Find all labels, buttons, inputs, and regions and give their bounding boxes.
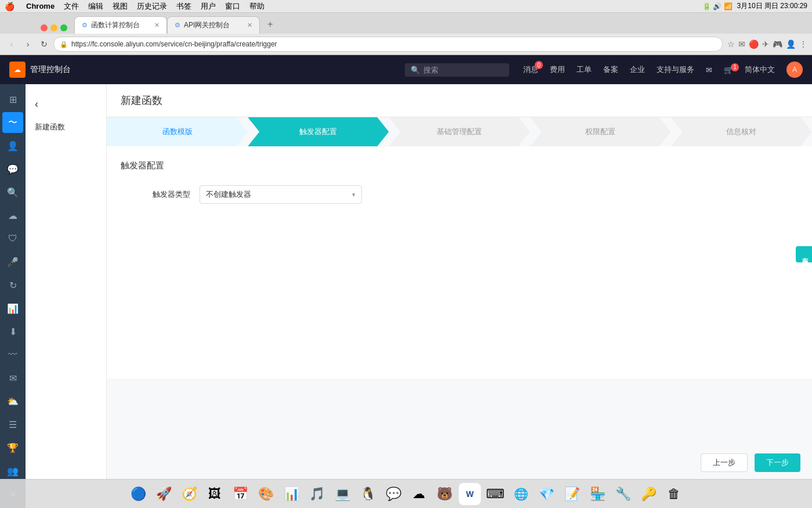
sidebar-search-icon[interactable]: 🔍 <box>2 182 23 203</box>
back-nav-btn[interactable]: ‹ <box>26 91 106 117</box>
top-search-bar[interactable]: 🔍 <box>405 63 509 77</box>
sidebar-functions-icon[interactable]: 〜 <box>2 112 23 133</box>
dock-qq-icon[interactable]: 🐧 <box>357 483 379 505</box>
user-menu[interactable]: 用户 <box>201 1 216 12</box>
tab2-close-btn[interactable]: ✕ <box>247 21 252 29</box>
console-title: 管理控制台 <box>30 64 71 75</box>
prev-step-button[interactable]: 上一步 <box>701 453 748 472</box>
sidebar-grid-icon[interactable]: ⊞ <box>2 89 23 110</box>
dock-launchpad-icon[interactable]: 🚀 <box>153 483 175 505</box>
dock-wechat-icon[interactable]: 💬 <box>382 483 404 505</box>
step-trigger-config[interactable]: 触发器配置 <box>248 117 389 146</box>
dock-terminal-icon[interactable]: 💻 <box>331 483 353 505</box>
reload-btn[interactable]: ↻ <box>37 37 51 51</box>
window-menu[interactable]: 窗口 <box>225 1 240 12</box>
apple-logo-icon[interactable]: 🍎 <box>5 2 14 11</box>
dock-safari-icon[interactable]: 🧭 <box>178 483 200 505</box>
cost-nav[interactable]: 费用 <box>550 64 565 75</box>
dock-pycharm-icon[interactable]: 🔧 <box>612 483 634 505</box>
tab-close-btn[interactable]: ✕ <box>154 21 160 29</box>
sidebar-chat-icon[interactable]: 💬 <box>2 158 23 179</box>
main-content: 新建函数 函数模版 触发器配置 基础管理配置 权限配置 信息核对 触发器配置 <box>107 84 812 508</box>
message-badge: 0 <box>535 61 543 69</box>
filing-nav[interactable]: 备案 <box>603 64 618 75</box>
dock-numbers-icon[interactable]: 📊 <box>280 483 302 505</box>
mail-icon[interactable]: ✉ <box>738 39 745 49</box>
tab-functions-console[interactable]: ⚙ 函数计算控制台 ✕ <box>74 16 167 34</box>
sidebar-mic-icon[interactable]: 🎤 <box>2 251 23 272</box>
dock-bear-icon[interactable]: 🐻 <box>433 483 455 505</box>
step-basic-config[interactable]: 基础管理配置 <box>389 117 530 146</box>
url-text: https://fc.console.aliyun.com/service/cn… <box>71 40 277 48</box>
dock-code-icon[interactable]: ⌨ <box>484 483 506 505</box>
sidebar-cloud2-icon[interactable]: ⛅ <box>2 391 23 412</box>
help-menu[interactable]: 帮助 <box>249 1 264 12</box>
dock-sketch-icon[interactable]: 💎 <box>535 483 557 505</box>
tab-api-console[interactable]: ⚙ API网关控制台 ✕ <box>167 16 260 34</box>
bookmarks-menu[interactable]: 书签 <box>176 1 191 12</box>
file-menu[interactable]: 文件 <box>64 1 79 12</box>
dock-appstore-icon[interactable]: 🏪 <box>586 483 608 505</box>
support-nav[interactable]: 支持与服务 <box>657 64 694 75</box>
url-bar[interactable]: 🔒 https://fc.console.aliyun.com/service/… <box>53 37 723 52</box>
dock-cloud-icon[interactable]: ☁ <box>408 483 430 505</box>
sidebar-trophy-icon[interactable]: 🏆 <box>2 437 23 458</box>
dock-notes-icon[interactable]: 📝 <box>561 483 583 505</box>
bookmark-icon[interactable]: ☆ <box>727 39 735 49</box>
ticket-nav[interactable]: 工单 <box>577 64 592 75</box>
cart-nav[interactable]: 🛒1 <box>724 66 733 74</box>
dock-music-icon[interactable]: 🎵 <box>306 483 328 505</box>
language-nav[interactable]: 简体中文 <box>745 64 775 75</box>
dock-colors-icon[interactable]: 🎨 <box>255 483 277 505</box>
window-close-btn[interactable] <box>41 24 48 31</box>
dock-word-icon[interactable]: W <box>459 483 481 505</box>
dock-finder-icon[interactable]: 🔵 <box>127 483 149 505</box>
forward-btn[interactable]: › <box>21 37 35 51</box>
mail-nav[interactable]: ✉ <box>706 66 712 74</box>
new-function-nav[interactable]: 新建函数 <box>26 117 106 137</box>
dock-trash-icon[interactable]: 🗑 <box>663 483 685 505</box>
step1-label: 函数模版 <box>162 127 193 137</box>
sidebar-message-icon[interactable]: ✉ <box>2 368 23 388</box>
edit-menu[interactable]: 编辑 <box>88 1 103 12</box>
dock-calendar-icon[interactable]: 📅 <box>229 483 251 505</box>
step-info-verify[interactable]: 信息核对 <box>671 117 812 146</box>
aliyun-logo: ☁ <box>9 62 26 78</box>
dock-chrome-icon[interactable]: 🌐 <box>510 483 532 505</box>
sidebar-activity-icon[interactable]: 〰 <box>2 344 23 365</box>
sidebar-download-icon[interactable]: ⬇ <box>2 321 23 342</box>
menu-icon[interactable]: ⋮ <box>799 39 807 49</box>
enterprise-nav[interactable]: 企业 <box>630 64 645 75</box>
step-bar: 函数模版 触发器配置 基础管理配置 权限配置 信息核对 <box>107 117 812 146</box>
float-customer-service-widget[interactable]: 客询建议 <box>796 246 812 262</box>
new-tab-btn[interactable]: + <box>262 16 278 33</box>
app-name-menu[interactable]: Chrome <box>26 2 55 10</box>
sidebar-list-icon[interactable]: ☰ <box>2 414 23 435</box>
address-bar: ‹ › ↻ 🔒 https://fc.console.aliyun.com/se… <box>0 34 812 55</box>
ext-icon3[interactable]: 🎮 <box>773 39 782 49</box>
profile-icon[interactable]: 👤 <box>786 39 796 49</box>
search-icon: 🔍 <box>411 66 420 74</box>
sidebar-chart-icon[interactable]: 📊 <box>2 298 23 319</box>
search-input[interactable] <box>423 66 505 74</box>
step-functions-template[interactable]: 函数模版 <box>107 117 248 146</box>
view-menu[interactable]: 视图 <box>113 1 128 12</box>
back-btn[interactable]: ‹ <box>5 37 19 51</box>
sidebar-cloud-icon[interactable]: ☁ <box>2 205 23 226</box>
window-minimize-btn[interactable] <box>50 24 57 31</box>
history-menu[interactable]: 历史记录 <box>137 1 167 12</box>
dock-photos-icon[interactable]: 🖼 <box>204 483 226 505</box>
user-avatar[interactable]: A <box>786 62 803 78</box>
sidebar-refresh-icon[interactable]: ↻ <box>2 275 23 296</box>
ext-icon2[interactable]: ✈ <box>762 39 769 49</box>
sidebar-person-icon[interactable]: 👤 <box>2 135 23 156</box>
sidebar-users-icon[interactable]: 👥 <box>2 460 23 481</box>
step-permission-config[interactable]: 权限配置 <box>530 117 671 146</box>
ext-icon1[interactable]: 🔴 <box>749 39 759 49</box>
dock-sublime-icon[interactable]: 🔑 <box>637 483 659 505</box>
sidebar-shield-icon[interactable]: 🛡 <box>2 228 23 249</box>
window-maximize-btn[interactable] <box>60 24 67 31</box>
next-step-button[interactable]: 下一步 <box>755 453 800 472</box>
trigger-type-select[interactable]: 不创建触发器 ▾ <box>200 185 362 204</box>
messages-nav[interactable]: 消息0 <box>523 64 538 75</box>
